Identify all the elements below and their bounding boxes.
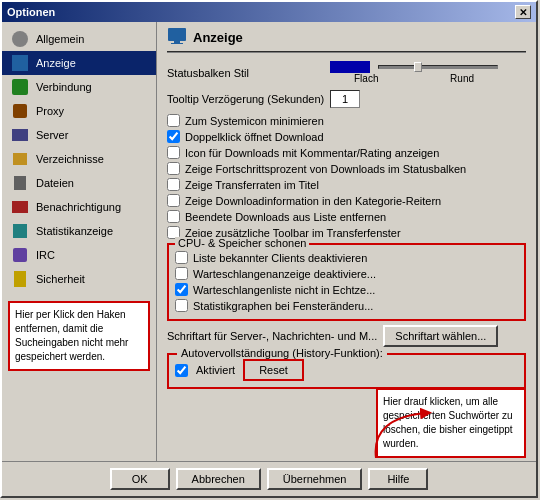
checkbox-bekannte-clients: Liste bekannter Clients deaktivieren — [175, 251, 518, 264]
main-panel: Anzeige Statusbalken Stil Flach Rund — [157, 22, 536, 461]
checkbox-doppelklick: Doppelklick öffnet Download — [167, 130, 526, 143]
close-button[interactable]: ✕ — [515, 5, 531, 19]
checkbox-kommentar-label: Icon für Downloads mit Kommentar/Rating … — [185, 147, 439, 159]
style-flat-label: Flach — [354, 73, 378, 84]
checkbox-fortschritt-input[interactable] — [167, 162, 180, 175]
cpu-group-title: CPU- & Speicher schonen — [175, 237, 309, 249]
tooltip-delay-input[interactable] — [330, 90, 360, 108]
autovervollstaendigung-title: Autovervollständigung (History-Funktion)… — [177, 347, 387, 359]
panel-title-text: Anzeige — [193, 30, 243, 45]
statusbalken-row: Statusbalken Stil Flach Rund — [167, 61, 526, 84]
checkbox-bekannte-clients-input[interactable] — [175, 251, 188, 264]
aktiviert-checkbox[interactable] — [175, 364, 188, 377]
checkbox-fortschritt: Zeige Fortschrittsprozent von Downloads … — [167, 162, 526, 175]
checkbox-beendet-input[interactable] — [167, 210, 180, 223]
ok-button[interactable]: OK — [110, 468, 170, 490]
autovervollstaendigung-group: Autovervollständigung (History-Funktion)… — [167, 353, 526, 389]
svg-rect-1 — [174, 41, 180, 43]
panel-title: Anzeige — [167, 27, 526, 53]
anzeige-icon — [10, 54, 30, 72]
tooltip-delay-row: Tooltip Verzögerung (Sekunden) — [167, 90, 526, 108]
checkbox-doppelklick-input[interactable] — [167, 130, 180, 143]
checkbox-systemicon: Zum Systemicon minimieren — [167, 114, 526, 127]
sidebar-item-label: Allgemein — [36, 33, 148, 45]
reset-button[interactable]: Reset — [243, 359, 304, 381]
sidebar-item-label: Statistikanzeige — [36, 225, 148, 237]
checkbox-fortschritt-label: Zeige Fortschrittsprozent von Downloads … — [185, 163, 466, 175]
checkbox-systemicon-input[interactable] — [167, 114, 180, 127]
checkbox-echtzeit-input[interactable] — [175, 283, 188, 296]
bottom-bar: OK Abbrechen Übernehmen Hilfe — [2, 461, 536, 496]
sidebar-item-verzeichnisse[interactable]: Verzeichnisse — [2, 147, 156, 171]
style-round-label: Rund — [450, 73, 474, 84]
autovervollstaendigung-row: Aktiviert Reset — [175, 359, 518, 381]
checkbox-warteschlange: Warteschlangenanzeige deaktiviere... — [175, 267, 518, 280]
checkbox-echtzeit-label: Warteschlangenliste nicht in Echtze... — [193, 284, 375, 296]
style-flat-box — [330, 61, 370, 73]
tooltip-delay-label: Tooltip Verzögerung (Sekunden) — [167, 93, 324, 105]
irc-icon — [10, 246, 30, 264]
schriftart-label: Schriftart für Server-, Nachrichten- und… — [167, 330, 377, 342]
sidebar-item-anzeige[interactable]: Anzeige — [2, 51, 156, 75]
sidebar-item-proxy[interactable]: Proxy — [2, 99, 156, 123]
checkbox-downloadinfo: Zeige Downloadinformation in den Kategor… — [167, 194, 526, 207]
abbrechen-button[interactable]: Abbrechen — [176, 468, 261, 490]
svg-rect-0 — [168, 28, 186, 41]
sidebar-item-label: IRC — [36, 249, 148, 261]
sidebar-item-label: Server — [36, 129, 148, 141]
sidebar-item-statistikanzeige[interactable]: Statistikanzeige — [2, 219, 156, 243]
sidebar-item-label: Benachrichtigung — [36, 201, 148, 213]
sidebar-item-dateien[interactable]: Dateien — [2, 171, 156, 195]
schriftart-row: Schriftart für Server-, Nachrichten- und… — [167, 325, 526, 347]
dateien-icon — [10, 174, 30, 192]
content-area: Allgemein Anzeige Verbindung Proxy Serve… — [2, 22, 536, 461]
sidebar-item-benachrichtigung[interactable]: Benachrichtigung — [2, 195, 156, 219]
statusbalken-label: Statusbalken Stil — [167, 67, 322, 79]
checkbox-beendet: Beendete Downloads aus Liste entfernen — [167, 210, 526, 223]
checkbox-statistikgraphen: Statistikgraphen bei Fensteränderu... — [175, 299, 518, 312]
checkbox-kommentar: Icon für Downloads mit Kommentar/Rating … — [167, 146, 526, 159]
sidebar-item-sicherheit[interactable]: Sicherheit — [2, 267, 156, 291]
benachrichtigung-icon — [10, 198, 30, 216]
sidebar-item-label: Proxy — [36, 105, 148, 117]
uebernehmen-button[interactable]: Übernehmen — [267, 468, 363, 490]
checkbox-downloadinfo-label: Zeige Downloadinformation in den Kategor… — [185, 195, 441, 207]
checkbox-kommentar-input[interactable] — [167, 146, 180, 159]
schriftart-button[interactable]: Schriftart wählen... — [383, 325, 498, 347]
checkbox-transferraten: Zeige Transferraten im Titel — [167, 178, 526, 191]
sidebar-item-label: Sicherheit — [36, 273, 148, 285]
verbindung-icon — [10, 78, 30, 96]
slider-labels: Flach Rund — [354, 73, 474, 84]
sidebar-item-label: Dateien — [36, 177, 148, 189]
monitor-icon — [167, 27, 187, 45]
hilfe-button[interactable]: Hilfe — [368, 468, 428, 490]
annotation-box: Hier drauf klicken, um alle gespeicherte… — [376, 388, 526, 458]
cpu-group: CPU- & Speicher schonen Liste bekannter … — [167, 243, 526, 321]
checkbox-downloadinfo-input[interactable] — [167, 194, 180, 207]
sidebar-item-irc[interactable]: IRC — [2, 243, 156, 267]
proxy-icon — [10, 102, 30, 120]
checkbox-systemicon-label: Zum Systemicon minimieren — [185, 115, 324, 127]
sidebar-item-label: Verzeichnisse — [36, 153, 148, 165]
sidebar-item-server[interactable]: Server — [2, 123, 156, 147]
sidebar-item-verbindung[interactable]: Verbindung — [2, 75, 156, 99]
checkbox-statistikgraphen-label: Statistikgraphen bei Fensteränderu... — [193, 300, 373, 312]
server-icon — [10, 126, 30, 144]
aktiviert-label: Aktiviert — [196, 364, 235, 376]
checkbox-statistikgraphen-input[interactable] — [175, 299, 188, 312]
checkbox-warteschlange-input[interactable] — [175, 267, 188, 280]
sidebar: Allgemein Anzeige Verbindung Proxy Serve… — [2, 22, 157, 461]
style-slider[interactable] — [378, 65, 498, 69]
svg-rect-2 — [171, 43, 183, 44]
annotation-text: Hier drauf klicken, um alle gespeicherte… — [383, 396, 513, 449]
checkbox-bekannte-clients-label: Liste bekannter Clients deaktivieren — [193, 252, 367, 264]
statistik-icon — [10, 222, 30, 240]
checkbox-transferraten-label: Zeige Transferraten im Titel — [185, 179, 319, 191]
slider-thumb — [414, 62, 422, 72]
sidebar-item-label: Anzeige — [36, 57, 148, 69]
checkbox-transferraten-input[interactable] — [167, 178, 180, 191]
sidebar-item-allgemein[interactable]: Allgemein — [2, 27, 156, 51]
checkbox-doppelklick-label: Doppelklick öffnet Download — [185, 131, 324, 143]
statusbalken-control: Flach Rund — [330, 61, 498, 84]
checkbox-warteschlange-label: Warteschlangenanzeige deaktiviere... — [193, 268, 376, 280]
